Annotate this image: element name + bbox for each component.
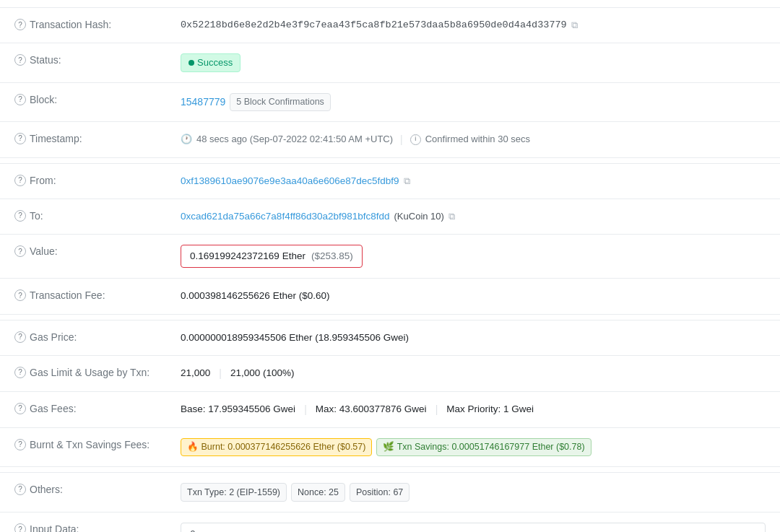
- question-icon-others[interactable]: ?: [14, 484, 26, 495]
- value-value: 0.169199242372169 Ether ($253.85): [181, 245, 766, 268]
- hash-text: 0x52218bd6e8e2d2b4e3f9c7eaa43f5ca8fb21e5…: [181, 18, 567, 32]
- fee-row: ? Transaction Fee: 0.000398146255626 Eth…: [0, 278, 780, 313]
- input-data-row: ? Input Data:: [0, 512, 780, 532]
- spacer-2: [0, 314, 780, 320]
- from-label: ? From:: [14, 174, 181, 186]
- others-badges: Txn Type: 2 (EIP-1559) Nonce: 25 Positio…: [181, 483, 410, 502]
- pipe-divider-gas: |: [219, 366, 222, 381]
- others-value: Txn Type: 2 (EIP-1559) Nonce: 25 Positio…: [181, 483, 766, 502]
- others-label: ? Others:: [14, 483, 181, 495]
- question-icon-value[interactable]: ?: [14, 245, 26, 257]
- burnt-fees-label: ? Burnt & Txn Savings Fees:: [14, 438, 181, 450]
- question-icon-block[interactable]: ?: [14, 94, 26, 105]
- gas-fees-row: ? Gas Fees: Base: 17.959345506 Gwei | Ma…: [0, 391, 780, 427]
- burnt-fees-row: ? Burnt & Txn Savings Fees: 🔥 Burnt: 0.0…: [0, 427, 780, 466]
- gas-price-value: 0.000000018959345506 Ether (18.959345506…: [181, 331, 766, 345]
- to-label-kucoin: (KuCoin 10): [394, 209, 444, 224]
- from-address-link[interactable]: 0xf1389610ae9076e9e3aa40a6e606e87dec5fdb…: [181, 174, 399, 188]
- input-data-textarea[interactable]: [181, 523, 766, 532]
- gas-limit-row: ? Gas Limit & Usage by Txn: 21,000 | 21,…: [0, 355, 780, 391]
- to-value: 0xcad621da75a66c7a8f4ff86d30a2bf981bfc8f…: [181, 209, 766, 224]
- gas-base-text: Base: 17.959345506 Gwei: [181, 402, 295, 417]
- copy-from-icon[interactable]: ⧉: [404, 174, 410, 188]
- transaction-hash-row: ? Transaction Hash: 0x52218bd6e8e2d2b4e3…: [0, 7, 780, 43]
- input-data-label: ? Input Data:: [14, 523, 181, 532]
- question-icon-gas-price[interactable]: ?: [14, 331, 26, 343]
- value-usd-text: ($253.85): [311, 249, 353, 263]
- gas-max-text: Max: 43.600377876 Gwei: [316, 402, 427, 417]
- from-value: 0xf1389610ae9076e9e3aa40a6e606e87dec5fdb…: [181, 174, 766, 188]
- burnt-fees-value: 🔥 Burnt: 0.000377146255626 Ether ($0.57)…: [181, 438, 766, 456]
- gas-fees-value: Base: 17.959345506 Gwei | Max: 43.600377…: [181, 402, 766, 417]
- pipe-divider-1: |: [400, 132, 403, 147]
- others-row: ? Others: Txn Type: 2 (EIP-1559) Nonce: …: [0, 472, 780, 513]
- nonce-badge: Nonce: 25: [291, 483, 345, 502]
- to-address-link[interactable]: 0xcad621da75a66c7a8f4ff86d30a2bf981bfc8f…: [181, 209, 390, 224]
- gas-usage-text: 21,000 (100%): [230, 366, 295, 380]
- to-row: ? To: 0xcad621da75a66c7a8f4ff86d30a2bf98…: [0, 199, 780, 234]
- spacer-3: [0, 466, 780, 472]
- burnt-badge: 🔥 Burnt: 0.000377146255626 Ether ($0.57): [181, 438, 372, 456]
- question-icon-input[interactable]: ?: [14, 523, 26, 532]
- timestamp-label: ? Timestamp:: [14, 132, 181, 144]
- fee-text: 0.000398146255626 Ether ($0.60): [181, 289, 329, 303]
- status-badge: Success: [181, 53, 240, 72]
- question-icon-to[interactable]: ?: [14, 210, 26, 222]
- confirmed-within-text: Confirmed within 30 secs: [425, 132, 530, 147]
- gas-limit-number: 21,000: [181, 366, 210, 380]
- question-icon-gas-limit[interactable]: ?: [14, 367, 26, 378]
- status-value: Success: [181, 53, 766, 72]
- pipe-divider-base: |: [304, 402, 307, 417]
- status-row: ? Status: Success: [0, 43, 780, 82]
- question-icon-hash[interactable]: ?: [14, 19, 26, 30]
- block-row: ? Block: 15487779 5 Block Confirmations: [0, 82, 780, 121]
- transaction-hash-label: ? Transaction Hash:: [14, 18, 181, 30]
- from-row: ? From: 0xf1389610ae9076e9e3aa40a6e606e8…: [0, 163, 780, 199]
- timestamp-text: 48 secs ago (Sep-07-2022 02:41:50 AM +UT…: [196, 132, 393, 147]
- input-data-value: [181, 523, 766, 532]
- question-icon-status[interactable]: ?: [14, 54, 26, 66]
- savings-badge: 🌿 Txn Savings: 0.00051746167977 Ether ($…: [376, 438, 591, 456]
- to-label: ? To:: [14, 209, 181, 222]
- transaction-details: ? Transaction Hash: 0x52218bd6e8e2d2b4e3…: [0, 7, 780, 532]
- block-number-link[interactable]: 15487779: [181, 95, 225, 110]
- transaction-hash-value: 0x52218bd6e8e2d2b4e3f9c7eaa43f5ca8fb21e5…: [181, 18, 766, 32]
- position-badge: Position: 67: [350, 483, 410, 502]
- value-box: 0.169199242372169 Ether ($253.85): [181, 245, 363, 268]
- spacer-1: [0, 157, 780, 163]
- gas-limit-label: ? Gas Limit & Usage by Txn:: [14, 366, 181, 378]
- value-eth-text: 0.169199242372169 Ether: [190, 249, 306, 263]
- gas-max-priority-text: Max Priority: 1 Gwei: [446, 402, 534, 417]
- question-icon-burnt[interactable]: ?: [14, 439, 26, 450]
- question-icon-fee[interactable]: ?: [14, 289, 26, 301]
- status-text: Success: [197, 56, 233, 70]
- success-dot: [188, 60, 194, 66]
- txn-type-badge: Txn Type: 2 (EIP-1559): [181, 483, 287, 502]
- fee-label: ? Transaction Fee:: [14, 289, 181, 301]
- copy-hash-icon[interactable]: ⧉: [571, 18, 578, 32]
- question-icon-from[interactable]: ?: [14, 175, 26, 186]
- gas-price-row: ? Gas Price: 0.000000018959345506 Ether …: [0, 320, 780, 355]
- timestamp-row: ? Timestamp: 🕐 48 secs ago (Sep-07-2022 …: [0, 121, 780, 157]
- value-row: ? Value: 0.169199242372169 Ether ($253.8…: [0, 234, 780, 278]
- status-label: ? Status:: [14, 53, 181, 66]
- gas-limit-value: 21,000 | 21,000 (100%): [181, 366, 766, 381]
- pipe-divider-max: |: [436, 402, 438, 417]
- value-label: ? Value:: [14, 245, 181, 257]
- question-icon-gas-fees[interactable]: ?: [14, 403, 26, 414]
- clock-icon: 🕐: [181, 132, 192, 147]
- fee-value: 0.000398146255626 Ether ($0.60): [181, 289, 766, 303]
- block-value: 15487779 5 Block Confirmations: [181, 93, 766, 111]
- copy-to-icon[interactable]: ⧉: [448, 209, 455, 224]
- info-icon-confirmed: i: [410, 134, 421, 145]
- gas-price-label: ? Gas Price:: [14, 331, 181, 343]
- confirmations-badge: 5 Block Confirmations: [230, 93, 331, 111]
- gas-fees-label: ? Gas Fees:: [14, 402, 181, 414]
- question-icon-timestamp[interactable]: ?: [14, 133, 26, 144]
- timestamp-value: 🕐 48 secs ago (Sep-07-2022 02:41:50 AM +…: [181, 132, 766, 147]
- gas-price-text: 0.000000018959345506 Ether (18.959345506…: [181, 331, 409, 345]
- block-label: ? Block:: [14, 93, 181, 105]
